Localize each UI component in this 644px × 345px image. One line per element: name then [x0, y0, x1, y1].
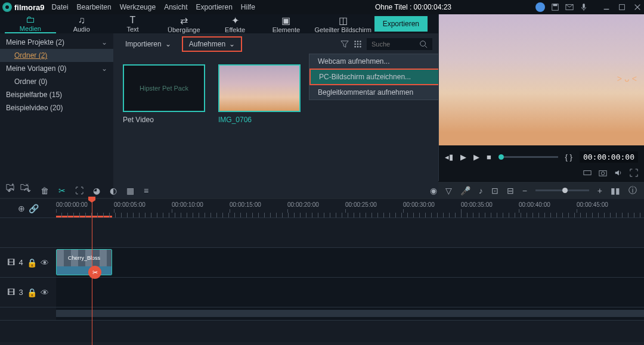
tab-splitscreen[interactable]: ◫ Geteilter Bildschirm [312, 14, 374, 33]
fit-icon[interactable]: ▮▮ [611, 186, 620, 195]
progress-handle[interactable] [499, 154, 504, 160]
undo-icon[interactable]: ↶ [7, 186, 14, 195]
track-content-extra[interactable] [56, 307, 644, 320]
thumb-img-0706[interactable]: IMG_0706 [218, 64, 301, 124]
crop-icon[interactable]: ⛶ [75, 186, 83, 195]
play-icon[interactable]: ▶ [473, 153, 479, 161]
thumb-label: IMG_0706 [218, 116, 301, 124]
tab-audio[interactable]: ♫ Audio [56, 14, 107, 33]
cut-icon[interactable]: ✂ [58, 186, 66, 195]
track-bar[interactable] [56, 310, 644, 317]
tab-elemente[interactable]: ▣ Elemente [261, 14, 312, 33]
help-icon[interactable]: ⓘ [628, 185, 637, 196]
tab-uebergaenge[interactable]: ⇄ Übergänge [158, 14, 209, 33]
play-back-icon[interactable]: ▶ [460, 153, 466, 161]
markers-label[interactable]: { } [565, 153, 572, 161]
adjust-icon[interactable]: ≡ [144, 186, 148, 195]
sidebar-item-samplevideo[interactable]: Beispielvideo (20) [0, 101, 113, 114]
export-button[interactable]: Exportieren [374, 16, 428, 32]
quality-icon[interactable] [583, 169, 592, 177]
mic-icon[interactable] [580, 3, 588, 11]
shield-icon[interactable]: ▽ [445, 186, 452, 195]
menu-datei[interactable]: Datei [52, 3, 69, 11]
greenscreen-icon[interactable]: ▦ [126, 186, 134, 195]
user-avatar-icon[interactable] [535, 2, 545, 12]
mail-icon[interactable] [565, 3, 574, 11]
dropdown-voiceover[interactable]: Begleitkommentar aufnehmen [309, 85, 449, 100]
lock-icon[interactable]: 🔒 [27, 258, 37, 268]
ruler-tick: 00:00:45:00 [577, 201, 608, 213]
add-track-icon[interactable]: ⊕ [18, 204, 25, 213]
ruler-tick: 00:00:30:00 [403, 201, 435, 213]
track-content-3[interactable] [56, 278, 644, 307]
stop-icon[interactable]: ■ [487, 153, 491, 161]
menu-bearbeiten[interactable]: Bearbeiten [77, 3, 112, 11]
ruler-tick: 00:00:05:00 [114, 201, 145, 213]
minimize-icon[interactable] [602, 3, 611, 11]
track-content-4[interactable]: Cherry_Bloss ✂ [56, 248, 644, 277]
tab-label: Übergänge [168, 26, 200, 33]
prev-frame-icon[interactable]: ◂▮ [445, 153, 453, 161]
svg-point-16 [357, 43, 359, 45]
marker2-icon[interactable]: ⊟ [507, 186, 514, 195]
save-icon[interactable] [551, 3, 559, 11]
eye-icon[interactable]: 👁 [41, 258, 49, 268]
zoom-handle[interactable] [562, 188, 568, 193]
speed-icon[interactable]: ◕ [93, 186, 100, 195]
menu-hilfe[interactable]: Hilfe [241, 3, 255, 11]
preview-video[interactable]: > ᴗ < [439, 14, 644, 145]
svg-point-20 [360, 46, 361, 48]
link-icon[interactable]: 🔗 [29, 204, 39, 213]
grid-icon[interactable] [354, 40, 362, 48]
clip-label: Cherry_Bloss [57, 250, 112, 266]
filter-icon[interactable] [340, 40, 349, 48]
record-icon[interactable]: ◉ [430, 186, 437, 195]
transition-icon: ⇄ [180, 15, 188, 26]
import-button[interactable]: Importieren ⌄ [119, 38, 177, 51]
lock-icon[interactable]: 🔒 [27, 288, 37, 297]
tab-effekte[interactable]: ✦ Effekte [209, 14, 261, 33]
elements-icon: ▣ [281, 15, 290, 26]
timeline-clip[interactable]: Cherry_Bloss [56, 249, 112, 275]
dropdown-screen-record[interactable]: PC-Bildschirm aufzeichnen... [309, 69, 449, 85]
color-icon[interactable]: ◐ [110, 186, 117, 195]
zoom-out-icon[interactable]: − [522, 186, 527, 195]
zoom-in-icon[interactable]: + [597, 186, 602, 195]
split-icon: ◫ [339, 15, 348, 26]
tab-label: Elemente [273, 26, 300, 33]
sidebar-item-projects[interactable]: Meine Projekte (2)⌄ [0, 36, 113, 49]
zoom-slider[interactable] [535, 189, 589, 191]
cut-badge-icon[interactable]: ✂ [88, 266, 101, 279]
maximize-icon[interactable] [618, 3, 626, 11]
volume-icon[interactable] [614, 169, 623, 177]
thumb-pet-video[interactable]: Hipster Pet Pack Pet Video [123, 64, 205, 124]
audio-mix-icon[interactable]: ♪ [479, 186, 483, 195]
search-box[interactable] [367, 38, 432, 50]
search-input[interactable] [371, 41, 419, 48]
snapshot-icon[interactable] [599, 169, 607, 177]
ruler-tick: 00:00:00:00 [56, 201, 88, 213]
menu-exportieren[interactable]: Exportieren [196, 3, 232, 11]
sidebar-item-samplecolor[interactable]: Beispielfarbe (15) [0, 88, 113, 101]
mic-icon[interactable]: 🎤 [460, 186, 470, 195]
tab-text[interactable]: T Text [107, 14, 159, 33]
menu-ansicht[interactable]: Ansicht [164, 3, 187, 11]
progress-bar[interactable] [499, 156, 558, 158]
redo-icon[interactable]: ↷ [24, 186, 31, 195]
record-button[interactable]: Aufnehmen ⌄ [182, 36, 242, 52]
sidebar-item-folder[interactable]: Ordner (2) [0, 49, 113, 62]
marker1-icon[interactable]: ⊡ [491, 186, 499, 195]
track-type-icon: 🎞 [7, 288, 15, 297]
tab-medien[interactable]: 🗀 Medien [5, 14, 56, 33]
fullscreen-icon[interactable] [630, 169, 638, 177]
close-icon[interactable] [633, 3, 642, 11]
dropdown-webcam[interactable]: Webcam aufnehmen... [309, 54, 449, 69]
eye-icon[interactable]: 👁 [41, 288, 49, 297]
sidebar-item-folder-0[interactable]: Ordner (0) [0, 75, 113, 88]
sidebar-item-templates[interactable]: Meine Vorlagen (0)⌄ [0, 62, 113, 75]
menu-werkzeuge[interactable]: Werkzeuge [120, 3, 156, 11]
delete-icon[interactable]: 🗑 [41, 186, 49, 195]
timeline-ruler[interactable]: 00:00:00:00 00:00:05:00 00:00:10:00 00:0… [56, 199, 644, 217]
svg-point-19 [357, 46, 359, 48]
timeline: ⊕ 🔗 00:00:00:00 00:00:05:00 00:00:10:00 … [0, 199, 644, 342]
